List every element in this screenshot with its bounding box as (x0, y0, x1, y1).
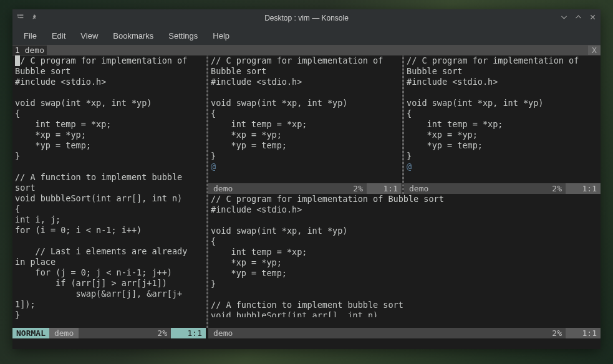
status-filename: demo (208, 328, 238, 338)
status-filename: demo (49, 328, 79, 338)
bottom-status-row: NORMAL demo 2% 1:1 demo 2% 1:1 (12, 328, 601, 338)
titlebar[interactable]: Desktop : vim — Konsole (12, 9, 601, 26)
tab-index: 1 (15, 46, 20, 55)
editor-area: // C program for implementation of Bubbl… (12, 55, 601, 328)
window-title: Desktop : vim — Konsole (79, 14, 534, 22)
command-line[interactable] (12, 338, 601, 349)
status-position: 1:1 (367, 183, 402, 194)
menu-bookmarks[interactable]: Bookmarks (105, 29, 161, 43)
menu-view[interactable]: View (73, 29, 105, 43)
svg-rect-2 (19, 17, 24, 18)
menu-help[interactable]: Help (205, 29, 237, 43)
tab-close-button[interactable]: X (588, 46, 601, 55)
fold-marker: @ (211, 161, 216, 171)
pane-top-middle[interactable]: // C program for implementation of Bubbl… (208, 55, 402, 183)
statusline-inactive: demo 2% 1:1 (208, 328, 601, 338)
status-position: 1:1 (566, 328, 601, 338)
statusline-active: NORMAL demo 2% 1:1 (12, 328, 206, 338)
status-mode: NORMAL (12, 328, 49, 338)
status-percent: 2% (534, 183, 566, 194)
pane-left[interactable]: // C program for implementation of Bubbl… (12, 55, 206, 328)
code-text: // C program for implementation of Bubbl… (15, 55, 187, 320)
code-text: // C program for implementation of Bubbl… (211, 194, 444, 317)
menubar: File Edit View Bookmarks Settings Help (12, 26, 601, 45)
status-filename: demo (208, 183, 238, 194)
fold-marker: @ (407, 161, 412, 171)
pane-bottom-right[interactable]: // C program for implementation of Bubbl… (208, 194, 601, 317)
svg-rect-1 (19, 14, 24, 16)
statusline-pane-middle: demo 2% 1:1 (208, 183, 402, 194)
status-filename: demo (404, 183, 433, 194)
status-percent: 2% (335, 183, 367, 194)
close-icon[interactable] (589, 13, 597, 23)
app-menu-icon[interactable] (16, 13, 24, 23)
cursor (15, 55, 20, 66)
menu-settings[interactable]: Settings (161, 29, 205, 43)
buffer-tabbar: 1 demo X (12, 45, 601, 55)
buffer-tab[interactable]: 1 demo (12, 46, 47, 55)
status-position: 1:1 (566, 183, 601, 194)
status-position: 1:1 (171, 328, 206, 338)
svg-rect-0 (17, 14, 19, 16)
status-percent: 2% (534, 328, 566, 338)
pane-top-right[interactable]: // C program for implementation of Bubbl… (404, 55, 601, 183)
pin-icon[interactable] (31, 13, 39, 23)
code-text: // C program for implementation of Bubbl… (211, 55, 383, 161)
menu-file[interactable]: File (16, 29, 44, 43)
tab-name: demo (25, 46, 44, 55)
statusline-pane-right: demo 2% 1:1 (404, 183, 601, 194)
code-text: // C program for implementation of Bubbl… (407, 55, 579, 161)
minimize-icon[interactable] (560, 13, 568, 23)
terminal-window: Desktop : vim — Konsole File Edit View B… (12, 9, 601, 349)
status-percent: 2% (140, 328, 171, 338)
menu-edit[interactable]: Edit (44, 29, 73, 43)
maximize-icon[interactable] (574, 13, 582, 23)
